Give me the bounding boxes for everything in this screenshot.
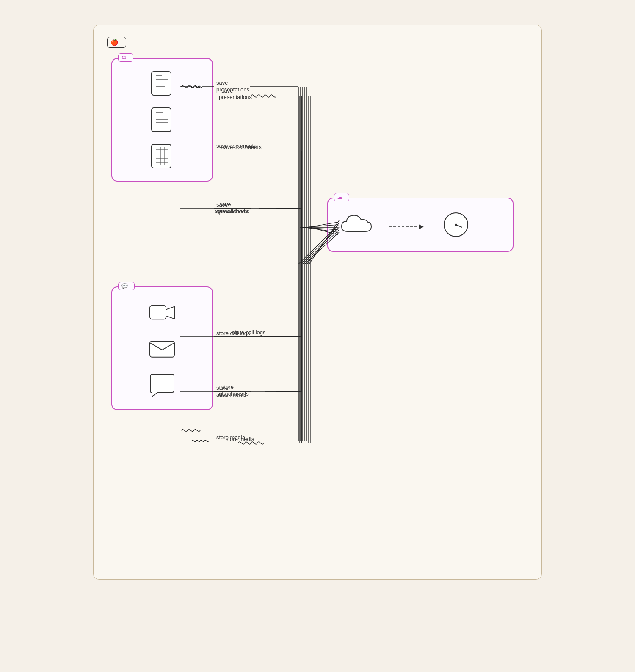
mail-item xyxy=(121,336,204,364)
storage-box: ☁ xyxy=(327,198,514,252)
svg-text:save documents: save documents xyxy=(216,143,257,149)
svg-text:save: save xyxy=(216,201,228,208)
svg-text:store media: store media xyxy=(216,434,246,441)
svg-text:save: save xyxy=(216,80,228,86)
communication-badge: 💬 xyxy=(118,282,135,290)
storage-badge: ☁ xyxy=(334,193,349,201)
numbers-icon-wrap xyxy=(149,144,175,170)
svg-text:spreadsheets: spreadsheets xyxy=(216,208,250,215)
svg-point-16 xyxy=(455,224,457,226)
facetime-item xyxy=(121,300,204,328)
communication-box: 💬 xyxy=(111,286,213,410)
diagram-container: 🗂 xyxy=(107,58,528,566)
mail-icon-wrap xyxy=(149,336,175,362)
backup-arrow-svg xyxy=(389,222,427,231)
numbers-icon xyxy=(150,144,174,170)
svg-text:attachments: attachments xyxy=(216,391,246,398)
svg-text:store call logs: store call logs xyxy=(232,329,266,336)
mail-icon xyxy=(149,338,175,360)
svg-text:spreadsheets: spreadsheets xyxy=(215,208,248,214)
svg-rect-2 xyxy=(152,144,171,168)
messages-item xyxy=(121,373,204,401)
communication-badge-icon: 💬 xyxy=(121,283,128,289)
facetime-icon xyxy=(149,302,175,324)
icloud-item xyxy=(340,213,374,239)
svg-text:save documents: save documents xyxy=(221,144,262,150)
outer-box: 🍎 🗂 xyxy=(93,25,542,580)
pages-icon xyxy=(150,107,174,134)
svg-text:presentations: presentations xyxy=(216,86,250,93)
svg-text:store: store xyxy=(216,385,229,391)
timemachine-icon xyxy=(442,211,469,238)
svg-marker-12 xyxy=(419,224,424,229)
pages-icon-wrap xyxy=(149,108,175,133)
numbers-item xyxy=(121,144,204,172)
messages-icon xyxy=(149,374,175,397)
svg-text:save: save xyxy=(221,88,233,94)
svg-text:presentations: presentations xyxy=(219,94,252,100)
messages-icon-wrap xyxy=(149,373,175,398)
keynote-item xyxy=(121,72,204,99)
timemachine-item xyxy=(442,211,469,241)
productivity-box: 🗂 xyxy=(111,58,213,182)
facetime-icon-wrap xyxy=(149,300,175,325)
productivity-badge-icon: 🗂 xyxy=(121,55,127,61)
storage-badge-icon: ☁ xyxy=(337,194,343,200)
apple-icon: 🍎 xyxy=(110,39,119,46)
pages-item xyxy=(121,108,204,136)
svg-rect-10 xyxy=(150,341,174,357)
keynote-icon-wrap xyxy=(149,72,175,97)
productivity-badge: 🗂 xyxy=(118,53,133,62)
apple-tools-badge: 🍎 xyxy=(107,37,126,48)
svg-text:save: save xyxy=(219,201,231,207)
svg-text:store call logs: store call logs xyxy=(216,330,250,336)
svg-rect-1 xyxy=(152,108,171,132)
backup-connector xyxy=(389,220,427,231)
icloud-icon xyxy=(340,213,374,237)
page-wrapper: 🍎 🗂 xyxy=(93,13,542,580)
svg-text:store: store xyxy=(221,384,234,390)
svg-text:store media: store media xyxy=(226,436,255,442)
keynote-icon xyxy=(150,71,174,97)
svg-text:attachments: attachments xyxy=(219,391,249,397)
svg-rect-9 xyxy=(150,306,166,319)
